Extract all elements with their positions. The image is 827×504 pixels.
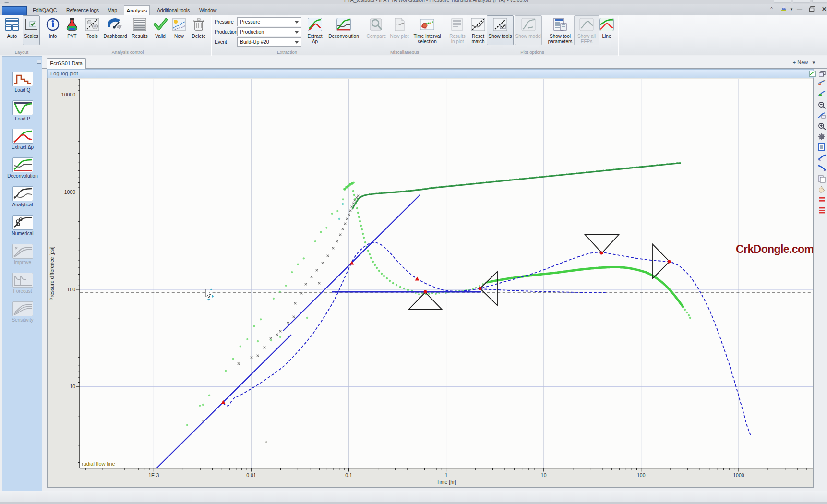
svg-text:CrkDongle.com: CrkDongle.com — [736, 243, 814, 255]
svg-text:1E-3: 1E-3 — [148, 472, 159, 478]
svg-text:10: 10 — [541, 472, 547, 478]
svg-text:10000: 10000 — [61, 92, 75, 97]
svg-text:1000: 1000 — [64, 189, 76, 195]
svg-text:0.01: 0.01 — [246, 472, 256, 478]
svg-text:0.1: 0.1 — [345, 472, 352, 478]
svg-text:radial flow line: radial flow line — [82, 461, 115, 467]
svg-text:10: 10 — [70, 384, 75, 389]
svg-text:1: 1 — [445, 472, 448, 478]
svg-text:100: 100 — [637, 472, 646, 478]
svg-text:Time [hr]: Time [hr] — [436, 479, 456, 485]
svg-text:100: 100 — [67, 287, 75, 292]
svg-text:1000: 1000 — [733, 472, 744, 478]
svg-text:Pressure difference [psi]: Pressure difference [psi] — [49, 246, 55, 300]
